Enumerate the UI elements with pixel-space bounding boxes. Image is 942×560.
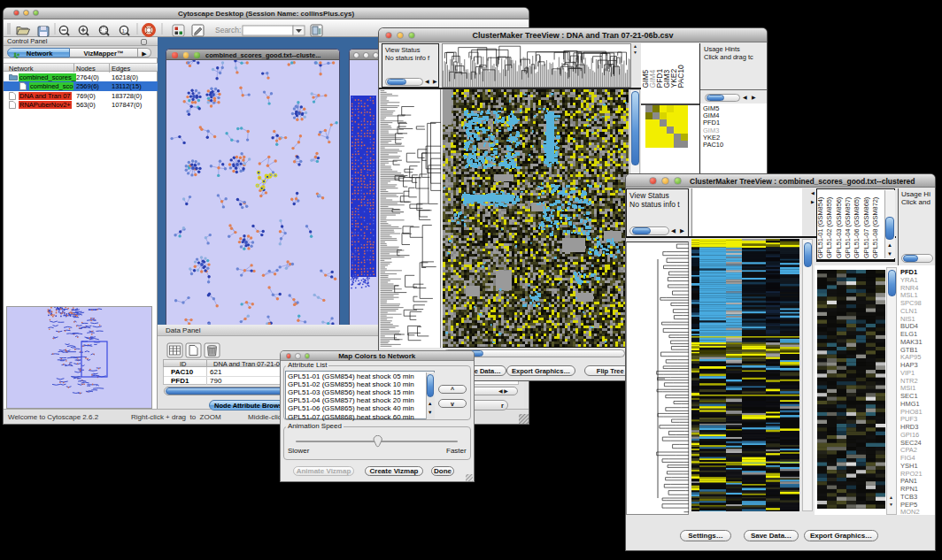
svg-text:Search:: Search: (215, 26, 241, 35)
svg-text:1:: 1: (122, 28, 127, 34)
